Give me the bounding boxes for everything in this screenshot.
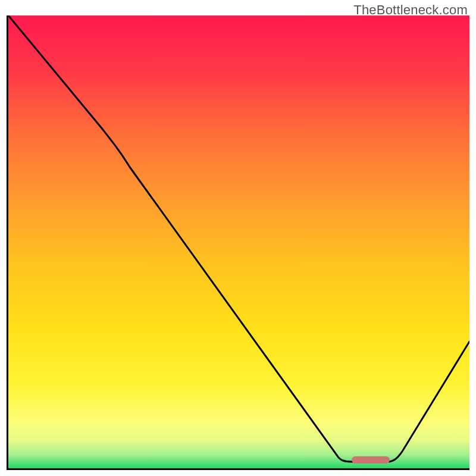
chart-canvas	[8, 15, 469, 468]
optimum-marker	[352, 456, 390, 464]
chart-frame	[7, 15, 469, 470]
gradient-background	[8, 15, 469, 468]
svg-rect-0	[8, 15, 469, 468]
